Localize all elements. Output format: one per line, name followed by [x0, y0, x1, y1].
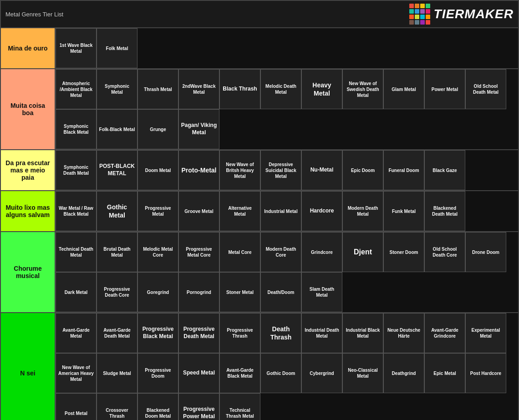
- tier-items-muito-lixo: War Metal / Raw Black MetalGothic MetalP…: [56, 191, 518, 231]
- genre-item[interactable]: War Metal / Raw Black Metal: [56, 191, 97, 231]
- genre-item[interactable]: Folk Metal: [97, 28, 137, 68]
- genre-item[interactable]: Post Hardcore: [465, 353, 506, 393]
- genre-item[interactable]: Metal Core: [219, 232, 260, 272]
- header-subtitle: Metal Genres Tier List: [5, 11, 63, 18]
- genre-item[interactable]: Drone Doom: [465, 232, 506, 272]
- genre-item[interactable]: Progressive Thrash: [219, 313, 260, 353]
- genre-item[interactable]: Alternative Metal: [219, 191, 260, 231]
- genre-item[interactable]: Funeral Doom: [383, 150, 424, 190]
- genre-item[interactable]: Death Thrash: [260, 313, 301, 353]
- genre-item[interactable]: Brutal Death Metal: [97, 232, 137, 272]
- genre-item[interactable]: Symphonic Death Metal: [56, 150, 97, 190]
- genre-item[interactable]: Progressive Death Metal: [178, 313, 219, 353]
- genre-item[interactable]: Black Gaze: [424, 150, 465, 190]
- genre-item[interactable]: Modern Death Core: [260, 232, 301, 272]
- genre-item[interactable]: Blackened Doom Metal: [137, 393, 178, 420]
- genre-item[interactable]: Death/Doom: [260, 272, 301, 312]
- genre-item[interactable]: New Wave of Britsh Heavy Metal: [219, 150, 260, 190]
- genre-item[interactable]: Blackened Death Metal: [424, 191, 465, 231]
- genre-item[interactable]: Technical Thrash Metal: [219, 393, 260, 420]
- logo-cell: [415, 15, 419, 19]
- tier-row-n-sei: N seiAvant-Garde MetalAvant-Garde Death …: [1, 313, 518, 420]
- genre-item[interactable]: POST-BLACK METAL: [97, 150, 137, 190]
- tier-row-mina-de-ouro: Mina de ouro1st Wave Black MetalFolk Met…: [1, 28, 518, 69]
- genre-item[interactable]: Industrial Death Metal: [301, 313, 342, 353]
- logo-cell: [420, 9, 425, 14]
- genre-item[interactable]: Modern Death Metal: [342, 191, 383, 231]
- genre-item[interactable]: Crossover Thrash: [97, 393, 137, 420]
- genre-item[interactable]: Avant-Garde Death Metal: [97, 313, 137, 353]
- genre-item[interactable]: Avant-Garde Grindcore: [424, 313, 465, 353]
- genre-item[interactable]: Progressive Doom: [137, 353, 178, 393]
- genre-item[interactable]: Pornogrind: [178, 272, 219, 312]
- genre-item[interactable]: Cybergrind: [301, 353, 342, 393]
- genre-item[interactable]: Industrial Metal: [260, 191, 301, 231]
- genre-item[interactable]: Melodic Metal Core: [137, 232, 178, 272]
- genre-item[interactable]: 2ndWave Black Metal: [178, 69, 219, 109]
- logo-cell: [426, 9, 430, 14]
- genre-item[interactable]: Experimental Metal: [465, 313, 506, 353]
- tier-list: Mina de ouro1st Wave Black MetalFolk Met…: [1, 28, 518, 420]
- logo-cell: [409, 4, 414, 8]
- genre-item[interactable]: Progressive Metal Core: [178, 232, 219, 272]
- genre-item[interactable]: New Wave of Swedish Death Metal: [342, 69, 383, 109]
- genre-item[interactable]: Djent: [342, 232, 383, 272]
- genre-item[interactable]: Avant-Garde Black Metal: [219, 353, 260, 393]
- genre-item[interactable]: Progressive Black Metal: [137, 313, 178, 353]
- tier-items-n-sei: Avant-Garde MetalAvant-Garde Death Metal…: [56, 313, 518, 420]
- genre-item[interactable]: Deathgrind: [383, 353, 424, 393]
- genre-item[interactable]: Progressive Power Metal: [178, 393, 219, 420]
- genre-item[interactable]: Neue Deutsche Härte: [383, 313, 424, 353]
- genre-item[interactable]: Epic Doom: [342, 150, 383, 190]
- tier-items-muita-coisa-boa: Atmospheric /Ambient Black MetalSymphoni…: [56, 69, 518, 149]
- logo-cell: [426, 15, 430, 19]
- logo-grid-icon: [409, 4, 430, 25]
- logo-cell: [426, 4, 430, 8]
- genre-item[interactable]: Technical Death Metal: [56, 232, 97, 272]
- genre-item[interactable]: Black Thrash: [219, 69, 260, 109]
- tier-row-da-pra-escutar: Da pra escutar mas e meio paiaSymphonic …: [1, 150, 518, 191]
- genre-item[interactable]: Symphonic Metal: [97, 69, 137, 109]
- tier-row-muito-lixo: Muito lixo mas alguns salvamWar Metal / …: [1, 191, 518, 232]
- genre-item[interactable]: Hardcore: [301, 191, 342, 231]
- genre-item[interactable]: Melodic Death Metal: [260, 69, 301, 109]
- genre-item[interactable]: Gothic Metal: [97, 191, 137, 231]
- genre-item[interactable]: Industrial Black Metal: [342, 313, 383, 353]
- genre-item[interactable]: Depressive Suicidal Black Metal: [260, 150, 301, 190]
- genre-item[interactable]: Groove Metal: [178, 191, 219, 231]
- genre-item[interactable]: Speed Metal: [178, 353, 219, 393]
- genre-item[interactable]: Slam Death Metal: [301, 272, 342, 312]
- genre-item[interactable]: Goregrind: [137, 272, 178, 312]
- genre-item[interactable]: Neo-Classical Metal: [342, 353, 383, 393]
- genre-item[interactable]: Symphonic Black Metal: [56, 109, 97, 149]
- genre-item[interactable]: Grindcore: [301, 232, 342, 272]
- tier-items-chorume-musical: Technical Death MetalBrutal Death MetalM…: [56, 232, 518, 312]
- genre-item[interactable]: Old School Death Core: [424, 232, 465, 272]
- genre-item[interactable]: Heavy Metal: [301, 69, 342, 109]
- genre-item[interactable]: Avant-Garde Metal: [56, 313, 97, 353]
- genre-item[interactable]: Dark Metal: [56, 272, 97, 312]
- genre-item[interactable]: New Wave of American Heavy Metal: [56, 353, 97, 393]
- genre-item[interactable]: Stoner Metal: [219, 272, 260, 312]
- genre-item[interactable]: Old School Death Metal: [465, 69, 506, 109]
- genre-item[interactable]: Proto-Metal: [178, 150, 219, 190]
- genre-item[interactable]: Thrash Metal: [137, 69, 178, 109]
- genre-item[interactable]: Stoner Doom: [383, 232, 424, 272]
- genre-item[interactable]: 1st Wave Black Metal: [56, 28, 97, 68]
- genre-item[interactable]: Progressive Metal: [137, 191, 178, 231]
- genre-item[interactable]: Doom Metal: [137, 150, 178, 190]
- genre-item[interactable]: Gothic Doom: [260, 353, 301, 393]
- genre-item[interactable]: Funk Metal: [383, 191, 424, 231]
- logo-cell: [420, 15, 425, 19]
- genre-item[interactable]: Folk-Black Metal: [97, 109, 137, 149]
- genre-item[interactable]: Progressive Death Core: [97, 272, 137, 312]
- genre-item[interactable]: Pagan/ Viking Metal: [178, 109, 219, 149]
- genre-item[interactable]: Power Metal: [424, 69, 465, 109]
- genre-item[interactable]: Glam Metal: [383, 69, 424, 109]
- genre-item[interactable]: Epic Metal: [424, 353, 465, 393]
- genre-item[interactable]: Sludge Metal: [97, 353, 137, 393]
- genre-item[interactable]: Nu-Metal: [301, 150, 342, 190]
- genre-item[interactable]: Grunge: [137, 109, 178, 149]
- genre-item[interactable]: Post Metal: [56, 393, 97, 420]
- genre-item[interactable]: Atmospheric /Ambient Black Metal: [56, 69, 97, 109]
